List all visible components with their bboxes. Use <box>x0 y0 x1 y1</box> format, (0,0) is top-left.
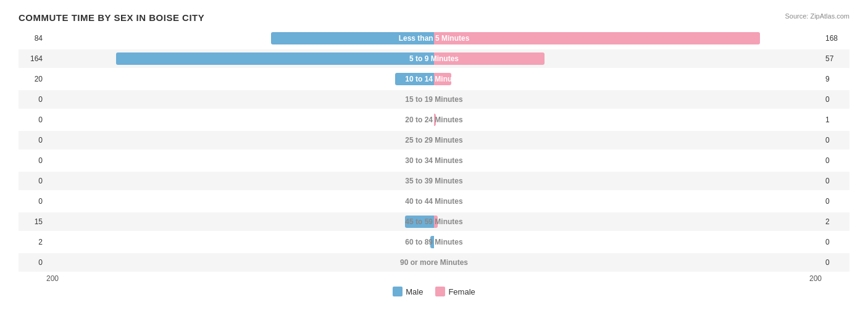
bar-area: 45 to 59 Minutes <box>46 212 822 231</box>
chart-row: 035 to 39 Minutes0 <box>19 172 849 190</box>
female-value: 0 <box>822 136 849 145</box>
female-bar <box>434 52 545 65</box>
chart-row: 030 to 34 Minutes0 <box>19 151 849 170</box>
male-value: 0 <box>19 156 46 165</box>
female-value: 57 <box>822 54 849 63</box>
x-axis-left: 200 <box>46 274 59 283</box>
bar-area: 40 to 44 Minutes <box>46 192 822 211</box>
male-value: 20 <box>19 75 46 83</box>
female-bar <box>434 114 436 126</box>
x-axis: 200 200 <box>19 274 849 283</box>
male-value: 2 <box>19 238 46 246</box>
bar-area: 60 to 89 Minutes <box>46 233 822 251</box>
male-bar-section <box>46 90 434 109</box>
bar-area: 25 to 29 Minutes <box>46 131 822 149</box>
chart-row: 040 to 44 Minutes0 <box>19 192 849 211</box>
female-bar-section <box>434 172 822 190</box>
female-value: 2 <box>822 217 849 226</box>
male-value: 84 <box>19 34 46 43</box>
chart-row: 84Less than 5 Minutes168 <box>19 29 849 48</box>
legend-female-label: Female <box>448 287 475 296</box>
bar-area: 90 or more Minutes <box>46 253 822 272</box>
male-bar <box>405 216 434 228</box>
male-bar-section <box>46 29 434 48</box>
chart-row: 025 to 29 Minutes0 <box>19 131 849 149</box>
legend: Male Female <box>19 287 849 296</box>
legend-female-box <box>435 287 445 296</box>
female-bar-section <box>434 192 822 211</box>
bar-area: 15 to 19 Minutes <box>46 90 822 109</box>
bar-area: 10 to 14 Minutes <box>46 70 822 88</box>
male-bar-section <box>46 111 434 129</box>
male-value: 164 <box>19 54 46 63</box>
chart-title: COMMUTE TIME BY SEX IN BOISE CITY <box>19 12 849 23</box>
female-value: 0 <box>822 238 849 246</box>
male-value: 0 <box>19 258 46 267</box>
male-value: 0 <box>19 115 46 124</box>
male-value: 0 <box>19 95 46 104</box>
male-bar-section <box>46 151 434 170</box>
source-label: Source: ZipAtlas.com <box>785 12 849 20</box>
male-value: 0 <box>19 197 46 206</box>
female-bar <box>434 216 438 228</box>
female-bar-section <box>434 131 822 149</box>
female-bar-section <box>434 253 822 272</box>
male-bar <box>116 52 434 65</box>
female-bar-section <box>434 233 822 251</box>
female-bar-section <box>434 151 822 170</box>
female-value: 168 <box>822 34 849 43</box>
male-bar-section <box>46 131 434 149</box>
chart-row: 020 to 24 Minutes1 <box>19 111 849 129</box>
legend-male: Male <box>393 287 423 296</box>
female-value: 0 <box>822 197 849 206</box>
male-bar-section <box>46 212 434 231</box>
male-bar-section <box>46 253 434 272</box>
female-value: 0 <box>822 258 849 267</box>
female-value: 0 <box>822 156 849 165</box>
chart-container: COMMUTE TIME BY SEX IN BOISE CITY Source… <box>0 0 868 323</box>
male-bar-section <box>46 172 434 190</box>
bar-area: 30 to 34 Minutes <box>46 151 822 170</box>
female-bar-section <box>434 49 822 68</box>
chart-row: 1645 to 9 Minutes57 <box>19 49 849 68</box>
chart-row: 260 to 89 Minutes0 <box>19 233 849 251</box>
female-bar <box>434 73 451 85</box>
legend-male-box <box>393 287 403 296</box>
male-bar-section <box>46 192 434 211</box>
male-value: 15 <box>19 217 46 226</box>
female-bar-section <box>434 90 822 109</box>
bar-area: 35 to 39 Minutes <box>46 172 822 190</box>
male-bar <box>271 32 434 44</box>
male-bar-section <box>46 233 434 251</box>
female-bar-section <box>434 70 822 88</box>
male-bar-section <box>46 49 434 68</box>
female-bar-section <box>434 29 822 48</box>
female-bar-section <box>434 212 822 231</box>
female-value: 9 <box>822 75 849 83</box>
legend-male-label: Male <box>406 287 423 296</box>
bar-area: 20 to 24 Minutes <box>46 111 822 129</box>
chart-row: 015 to 19 Minutes0 <box>19 90 849 109</box>
male-value: 0 <box>19 136 46 145</box>
chart-row: 090 or more Minutes0 <box>19 253 849 272</box>
female-value: 0 <box>822 95 849 104</box>
female-value: 0 <box>822 177 849 185</box>
female-bar <box>434 32 760 44</box>
x-axis-right: 200 <box>809 274 822 283</box>
bar-area: 5 to 9 Minutes <box>46 49 822 68</box>
female-bar-section <box>434 111 822 129</box>
bar-area: Less than 5 Minutes <box>46 29 822 48</box>
chart-area: 84Less than 5 Minutes1681645 to 9 Minute… <box>19 29 849 272</box>
male-bar <box>395 73 434 85</box>
female-value: 1 <box>822 115 849 124</box>
legend-female: Female <box>435 287 475 296</box>
chart-row: 1545 to 59 Minutes2 <box>19 212 849 231</box>
male-value: 0 <box>19 177 46 185</box>
male-bar-section <box>46 70 434 88</box>
chart-row: 2010 to 14 Minutes9 <box>19 70 849 88</box>
